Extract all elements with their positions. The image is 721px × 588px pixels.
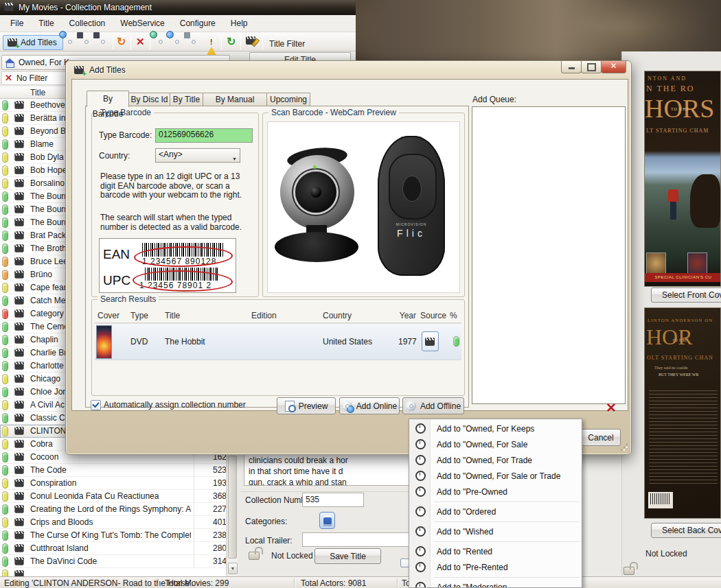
search-result-row[interactable]: DVD The Hobbit United States 1977 (95, 323, 461, 360)
list-item[interactable]: Conul Leonida Fata Cu Reactiunea 368 (0, 490, 226, 503)
list-item[interactable]: Creating the Lord of the Rings Symphony:… (0, 503, 226, 516)
context-menu-item[interactable]: Add to "Wished (409, 524, 582, 539)
context-menu-item[interactable]: Add to "Owned, For Trade (409, 452, 582, 468)
context-menu-icon-glyph (415, 526, 426, 537)
status-pill (2, 556, 8, 567)
add-offline-button[interactable]: Add Offline (402, 397, 464, 414)
unlock-icon[interactable] (623, 567, 634, 575)
disc-globe-teal-icon[interactable] (155, 36, 168, 49)
menu-item[interactable]: Help (223, 16, 255, 31)
context-menu-item[interactable]: Add to "Ordered (409, 504, 582, 519)
col-cover[interactable]: Cover (98, 311, 119, 320)
clapperboard-icon (14, 218, 23, 226)
save-title-button[interactable]: Save Title (314, 548, 381, 564)
context-menu-label: Add to "Owned, For Sale or Trade (437, 471, 560, 481)
sync-orange-icon[interactable]: ↻ (117, 36, 129, 49)
col-year[interactable]: Year (394, 311, 416, 320)
context-menu-item[interactable]: Add to "Rented (409, 543, 582, 559)
remove-from-queue-button[interactable]: ✕ (606, 400, 617, 416)
maximize-button[interactable] (581, 61, 602, 73)
context-menu-icon (415, 423, 426, 434)
barcode-input[interactable]: 012569056626 (155, 128, 253, 143)
webcam-lens (310, 187, 321, 198)
col-percent[interactable]: % (450, 311, 457, 320)
menu-item[interactable]: File (3, 16, 31, 31)
refresh-green-icon[interactable]: ↻ (227, 36, 239, 49)
select-back-cover-button[interactable]: Select Back Cove (651, 523, 721, 538)
add-queue-listbox[interactable] (472, 106, 626, 404)
disc-title-icon[interactable] (81, 36, 93, 49)
scrollbar-thumb[interactable] (228, 456, 237, 558)
col-title[interactable]: Title (165, 311, 180, 320)
menu-item[interactable]: WebService (113, 16, 172, 31)
col-source[interactable]: Source (420, 311, 446, 320)
context-menu-item[interactable]: Add to "Owned, For Keeps (409, 421, 582, 436)
col-country[interactable]: Country (323, 311, 352, 320)
status-total-movies: Total Movies: 299 (165, 578, 229, 588)
context-menu-label: Add to "Owned, For Sale (437, 440, 527, 449)
context-menu-item[interactable]: Add to "Owned, For Sale (409, 436, 582, 452)
list-item[interactable]: Cutthroat Island 280 (0, 542, 226, 555)
status-pill (2, 231, 8, 241)
minimize-button[interactable] (561, 61, 582, 73)
disc-globe-icon (342, 401, 352, 411)
scrollbar-down-button[interactable]: ▼ (228, 563, 238, 574)
disc-globe-blue-icon[interactable] (172, 36, 184, 49)
status-pill (2, 491, 8, 502)
resize-grip[interactable] (620, 443, 628, 451)
close-button[interactable]: ✕ (601, 61, 626, 73)
result-cover-thumbnail (96, 325, 112, 359)
col-edition[interactable]: Edition (251, 311, 277, 320)
context-menu-item[interactable]: Add to "Pre-Rented (409, 559, 582, 575)
menu-item[interactable]: Collection (62, 16, 113, 31)
clapperboard-icon (14, 362, 23, 369)
preview-button[interactable]: Preview (277, 397, 336, 414)
result-source-icon[interactable] (422, 331, 439, 351)
auto-assign-checkbox[interactable] (91, 400, 101, 410)
app-icon (4, 3, 14, 11)
menu-item[interactable]: Configure (172, 16, 223, 31)
tab-upcoming[interactable]: Upcoming (266, 93, 310, 107)
cover-text: TO THE (672, 338, 687, 342)
add-online-button[interactable]: Add Online (339, 397, 400, 414)
collection-number-input[interactable]: 535 (302, 493, 364, 507)
edit-title-icon[interactable] (246, 36, 258, 49)
context-menu-item[interactable]: Add to "Moderation (409, 579, 582, 588)
country-select[interactable]: <Any> ▼ (155, 148, 240, 163)
tab-by-barcode[interactable]: By Barcode (87, 91, 129, 107)
menu-item[interactable]: Title (31, 16, 61, 31)
status-pill (2, 452, 8, 462)
context-menu-item[interactable]: Add to "Owned, For Sale or Trade (409, 468, 582, 484)
clapperboard-icon: + (8, 38, 17, 47)
cover-thumbnail (687, 252, 707, 274)
col-type[interactable]: Type (130, 311, 148, 320)
cancel-button[interactable]: Cancel (581, 429, 621, 446)
clapperboard-icon (14, 349, 23, 356)
local-trailer-input[interactable] (302, 532, 413, 547)
select-front-cover-button[interactable]: Select Front Cove (651, 287, 721, 303)
warning-icon[interactable] (206, 37, 218, 49)
status-pill (2, 139, 8, 150)
clapperboard-icon (14, 492, 23, 499)
list-item[interactable]: The Curse Of King Tut's Tomb: The Comple… (0, 529, 226, 542)
unlock-icon[interactable] (249, 552, 260, 560)
list-item[interactable]: Crips and Bloods 401 (0, 516, 226, 529)
list-item[interactable]: Conspiration 193 (0, 477, 226, 490)
list-item[interactable]: The Code 523 (0, 464, 226, 477)
upc-label: UPC (103, 273, 130, 288)
disc-web-icon[interactable] (65, 36, 77, 49)
disc-title2-icon[interactable] (98, 36, 110, 49)
tab-by-title[interactable]: By Title (170, 93, 203, 107)
add-titles-toolbar-button[interactable]: + Add Titles (3, 35, 63, 50)
categories-button[interactable] (319, 512, 335, 529)
tab-by-disc-id[interactable]: By Disc Id (128, 93, 170, 107)
delete-icon[interactable]: ✕ (136, 36, 148, 49)
front-cover-image: NTON AND N THE RO HORS TO THE LT STARTIN… (644, 71, 721, 287)
status-pill (2, 465, 8, 475)
context-menu-item[interactable]: Add to "Pre-Owned (409, 484, 582, 499)
back-cover-image: LINTON ANDERSON ON HOR TO THE OLT STARTI… (644, 307, 721, 519)
tab-by-manual-typing[interactable]: By Manual Typing (203, 93, 267, 107)
list-item[interactable] (0, 568, 226, 576)
list-item[interactable]: The DaVinci Code 314 (0, 555, 226, 568)
disc-print-icon[interactable] (188, 36, 201, 49)
